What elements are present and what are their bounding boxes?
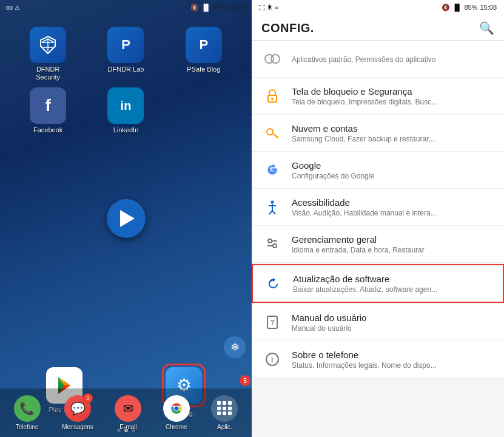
settings-item-software-update[interactable]: Atualização de software Baixar atualizaç… — [252, 264, 504, 303]
svg-point-16 — [271, 98, 274, 100]
signal-icon-right: ▐▌ — [452, 4, 462, 11]
lock-icon — [261, 85, 283, 107]
sliders-icon — [261, 233, 283, 255]
email-nav-label: E-mail — [119, 424, 136, 430]
nav-email[interactable]: ✉ E-mail — [115, 395, 141, 430]
settings-item-google[interactable]: G Google Configurações do Google — [252, 152, 504, 189]
default-apps-text: Aplicativos padrão, Permissões do aplica… — [292, 54, 494, 64]
messages-nav-label: Mensagens — [62, 424, 93, 430]
mute-icon-right: 🔇 — [442, 4, 450, 12]
chrome-nav-label: Chrome — [166, 424, 187, 430]
about-phone-title: Sobre o telefone — [292, 350, 494, 360]
accessibility-title: Acessibilidade — [292, 197, 494, 208]
software-update-title: Atualização de software — [293, 274, 493, 284]
question-icon: ? — [261, 311, 283, 333]
chrome-nav-icon — [163, 395, 190, 422]
google-title: Google — [292, 160, 494, 171]
user-manual-text: Manual do usuário Manual do usuário — [292, 313, 494, 333]
play-triangle-icon — [120, 210, 135, 227]
apps-nav-icon — [211, 395, 238, 422]
dfndr-lab-icon: P — [107, 27, 144, 63]
lock-security-title: Tela de bloqueio e Segurança — [292, 86, 494, 97]
info-icon: i — [261, 348, 283, 370]
app-psafe-blog[interactable]: P PSafe Blog — [168, 27, 240, 81]
settings-item-about-phone[interactable]: i Sobre o telefone Status, Informações l… — [252, 341, 504, 378]
settings-item-cloud-accounts[interactable]: Nuvem e contas Samsung Cloud, Fazer back… — [252, 115, 504, 152]
accessibility-subtitle: Visão, Audição, Habilidade manual e inte… — [292, 209, 494, 217]
facebook-icon: f — [30, 87, 66, 124]
messages-nav-icon: 💬 2 — [64, 395, 91, 422]
linkedin-icon: in — [107, 87, 144, 124]
software-update-subtitle: Baixar atualizações, Atualiz. software a… — [293, 285, 493, 294]
apps-nav-label: Aplic. — [217, 424, 232, 430]
screenshot-icon: ⛶ ✳ ∞ — [259, 4, 279, 11]
dfndr-security-icon — [30, 27, 66, 63]
default-apps-icon — [261, 48, 283, 70]
software-update-text: Atualização de software Baixar atualizaç… — [293, 274, 493, 294]
time-right: 15:08 — [480, 4, 497, 11]
phone-nav-icon: 📞 — [14, 395, 41, 422]
svg-point-29 — [273, 244, 277, 248]
status-right-icons: 🔇 ▐▌ 85% 15:08 — [190, 4, 246, 12]
about-phone-subtitle: Status, Informações legais, Nome do disp… — [292, 361, 494, 370]
email-nav-icon: ✉ — [115, 395, 141, 422]
svg-point-12 — [174, 407, 178, 411]
app-facebook[interactable]: f Facebook — [12, 87, 84, 134]
nav-messages[interactable]: 💬 2 Mensagens — [62, 395, 93, 430]
settings-status-left: ⛶ ✳ ∞ — [259, 4, 279, 11]
about-phone-text: Sobre o telefone Status, Informações leg… — [292, 350, 494, 370]
general-mgmt-title: Gerenciamento geral — [292, 234, 494, 245]
svg-point-21 — [271, 201, 274, 204]
key-icon — [261, 122, 283, 144]
mute-icon: 🔇 — [190, 4, 199, 12]
svg-text:G: G — [269, 168, 273, 174]
dfndr-lab-label: DFNDR Lab — [108, 66, 144, 73]
psafe-blog-label: PSafe Blog — [187, 66, 220, 73]
svg-text:?: ? — [270, 319, 275, 326]
app-dfndr-lab[interactable]: P DFNDR Lab — [90, 27, 161, 81]
svg-line-18 — [273, 134, 278, 138]
settings-item-accessibility[interactable]: Acessibilidade Visão, Audição, Habilidad… — [252, 189, 504, 226]
snowflake-decoration: ❄ — [224, 336, 246, 358]
cloud-accounts-subtitle: Samsung Cloud, Fazer backup e restaurar,… — [292, 135, 494, 143]
nav-phone[interactable]: 📞 Telefone — [14, 395, 41, 430]
settings-status-right: 🔇 ▐▌ 85% 15:08 — [442, 4, 497, 12]
play-button-overlay[interactable] — [107, 199, 146, 238]
lock-security-subtitle: Tela de bloqueio, Impressões digitais, B… — [292, 98, 494, 106]
status-bar-right: ⛶ ✳ ∞ 🔇 ▐▌ 85% 15:08 — [252, 0, 504, 15]
google-subtitle: Configurações do Google — [292, 172, 494, 180]
svg-point-14 — [271, 55, 280, 63]
search-icon[interactable]: 🔍 — [479, 21, 494, 35]
notification-icons: oo ⚠ — [6, 4, 20, 11]
app-linkedin[interactable]: in LinkedIn — [90, 87, 161, 134]
settings-list: Aplicativos padrão, Permissões do aplica… — [252, 41, 504, 437]
left-panel: oo ⚠ 🔇 ▐▌ 85% 15:08 DFNDRSecurity — [0, 0, 252, 437]
settings-header: CONFIG. 🔍 — [252, 15, 504, 41]
svg-text:i: i — [271, 356, 273, 364]
home-grid: DFNDRSecurity P DFNDR Lab P PSafe Blog f… — [0, 15, 252, 141]
settings-item-default-apps[interactable]: Aplicativos padrão, Permissões do aplica… — [252, 41, 504, 78]
battery-left: 85% — [213, 4, 226, 11]
settings-item-user-manual[interactable]: ? Manual do usuário Manual do usuário — [252, 304, 504, 341]
psafe-blog-icon: P — [186, 27, 222, 63]
settings-title: CONFIG. — [261, 21, 314, 35]
nav-chrome[interactable]: Chrome — [163, 395, 190, 430]
app-dfndr-security[interactable]: DFNDRSecurity — [12, 27, 84, 81]
google-text: Google Configurações do Google — [292, 160, 494, 180]
lock-security-text: Tela de bloqueio e Segurança Tela de blo… — [292, 86, 494, 106]
general-mgmt-text: Gerenciamento geral Idioma e entrada, Da… — [292, 234, 494, 254]
time-left: 15:08 — [229, 4, 246, 11]
cloud-accounts-text: Nuvem e contas Samsung Cloud, Fazer back… — [292, 123, 494, 143]
app-notification-5: 5 — [240, 375, 250, 386]
right-panel: ⛶ ✳ ∞ 🔇 ▐▌ 85% 15:08 CONFIG. 🔍 Aplicativ… — [252, 0, 504, 437]
nav-apps[interactable]: Aplic. — [211, 395, 238, 430]
refresh-icon — [263, 273, 284, 294]
google-icon: G — [261, 159, 283, 181]
facebook-label: Facebook — [33, 126, 62, 134]
settings-item-lock-security[interactable]: Tela de bloqueio e Segurança Tela de blo… — [252, 78, 504, 115]
svg-point-27 — [268, 239, 272, 243]
settings-item-general-mgmt[interactable]: Gerenciamento geral Idioma e entrada, Da… — [252, 226, 504, 263]
battery-right: 85% — [464, 4, 477, 11]
user-manual-title: Manual do usuário — [292, 313, 494, 323]
svg-line-24 — [269, 211, 272, 214]
